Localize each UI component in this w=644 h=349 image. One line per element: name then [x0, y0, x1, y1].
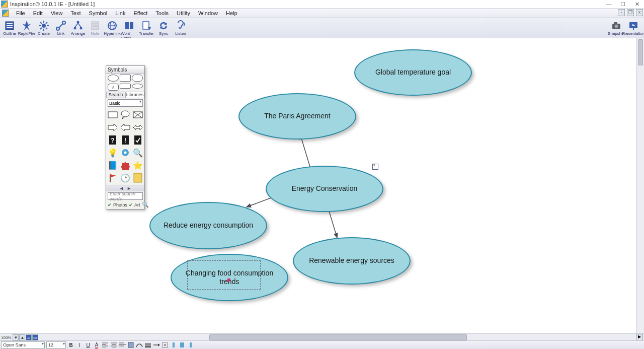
opt-art-check[interactable]: ✔: [129, 202, 133, 207]
sym-lightbulb[interactable]: 💡: [107, 147, 119, 159]
tool-link[interactable]: Link: [52, 19, 69, 36]
shape-rounded-preset[interactable]: A: [108, 84, 119, 91]
sym-flag[interactable]: [107, 172, 119, 184]
node-renewable-sources[interactable]: Renewable energy sources: [293, 237, 411, 285]
node-global-temperature[interactable]: Global temperature goal: [354, 49, 472, 96]
tool-hyperlink[interactable]: Hyperlink: [104, 19, 121, 36]
shape-thin-oval-preset[interactable]: [132, 84, 143, 89]
node-paris-agreement[interactable]: The Paris Agreement: [238, 93, 356, 139]
sym-star[interactable]: ⭐: [132, 159, 144, 171]
maximize-button[interactable]: ☐: [616, 0, 630, 8]
child-close-button[interactable]: x: [636, 9, 643, 16]
vertical-scroll-thumb[interactable]: [638, 39, 643, 65]
menu-symbol[interactable]: Symbol: [85, 10, 112, 17]
opt-photos-check[interactable]: ✔: [108, 202, 112, 207]
sym-puzzle[interactable]: [119, 159, 131, 171]
shape-flat-preset[interactable]: [120, 84, 131, 89]
symbols-palette[interactable]: Symbols A Search Libraries Basic: [106, 65, 145, 210]
line-width-button[interactable]: [144, 341, 151, 348]
diagram-canvas[interactable]: Global temperature goal The Paris Agreem…: [0, 38, 637, 332]
tool-listen[interactable]: Listen: [172, 19, 189, 36]
nudge-right-button[interactable]: [187, 341, 194, 348]
menu-help[interactable]: Help: [222, 10, 242, 17]
sym-gear-blue[interactable]: [119, 147, 131, 159]
zoom-fit-button[interactable]: ▱: [26, 334, 32, 340]
sym-exclaim-dark[interactable]: !: [119, 134, 131, 146]
sym-clock[interactable]: 🕑: [119, 172, 131, 184]
svg-text:?: ?: [111, 137, 114, 144]
align-menu-button[interactable]: [119, 341, 126, 348]
horizontal-scroll-thumb[interactable]: [209, 334, 467, 340]
sym-question-dark[interactable]: ?: [107, 134, 119, 146]
menu-text[interactable]: Text: [66, 10, 85, 17]
child-minimize-button[interactable]: -: [618, 9, 625, 16]
tool-rapidfire[interactable]: RapidFire: [18, 19, 35, 36]
node-reduce-consumption[interactable]: Reduce energy consumption: [149, 202, 267, 249]
bold-button[interactable]: B: [67, 341, 74, 348]
shape-rect-preset-1[interactable]: [120, 75, 131, 82]
sym-speech-bubble[interactable]: [119, 109, 131, 121]
horizontal-scroll-right[interactable]: ▶: [636, 334, 643, 341]
shape-oval-preset-2[interactable]: [132, 75, 143, 82]
defaults-button[interactable]: [162, 341, 169, 348]
palette-search-go[interactable]: 🔍: [142, 201, 149, 208]
nudge-center-button[interactable]: [179, 341, 186, 348]
nudge-left-button[interactable]: [170, 341, 177, 348]
align-left-button[interactable]: [102, 341, 109, 348]
menu-file[interactable]: File: [12, 10, 29, 17]
zoom-out-button[interactable]: ▼: [13, 334, 19, 340]
menu-window[interactable]: Window: [194, 10, 222, 17]
palette-prev[interactable]: ◄: [119, 186, 124, 191]
palette-tab-search[interactable]: Search: [106, 92, 125, 98]
palette-library-select[interactable]: Basic: [108, 99, 143, 107]
menu-edit[interactable]: Edit: [29, 10, 47, 17]
palette-next[interactable]: ►: [127, 186, 131, 191]
font-color-button[interactable]: A: [93, 341, 100, 348]
sym-check-dark[interactable]: [132, 134, 144, 146]
minimize-button[interactable]: —: [602, 0, 616, 8]
sym-arrow-both[interactable]: [132, 121, 144, 133]
tool-arrange[interactable]: Arrange: [69, 19, 87, 36]
close-button[interactable]: ✕: [630, 0, 644, 8]
sym-arrow-right[interactable]: [107, 121, 119, 133]
sym-rectangle[interactable]: [107, 109, 119, 121]
shape-oval-preset-1[interactable]: [108, 75, 119, 82]
tool-transfer[interactable]: Transfer: [138, 19, 155, 36]
line-style-button[interactable]: [136, 341, 143, 348]
sym-magnifier[interactable]: 🔍: [132, 147, 144, 159]
tool-presentation[interactable]: Presentation: [625, 19, 642, 36]
font-size-select[interactable]: 12: [46, 341, 66, 348]
menu-link[interactable]: Link: [111, 10, 129, 17]
menu-view[interactable]: View: [47, 10, 67, 17]
menu-tools[interactable]: Tools: [151, 10, 173, 17]
fill-color-button[interactable]: [127, 341, 134, 348]
zoom-page-button[interactable]: ▭: [32, 334, 38, 340]
sym-arrow-left[interactable]: [119, 121, 131, 133]
node-energy-conservation[interactable]: Energy Conservation: [266, 166, 383, 212]
tool-create[interactable]: Create: [35, 19, 52, 36]
menu-utility[interactable]: Utility: [173, 10, 194, 17]
tool-sync[interactable]: Sync: [155, 19, 172, 36]
align-center-button[interactable]: [110, 341, 117, 348]
tool-wordguide[interactable]: Word Guide: [121, 19, 138, 40]
underline-button[interactable]: U: [85, 341, 92, 348]
tool-note[interactable]: Note: [87, 19, 104, 36]
tool-outline[interactable]: Outline: [1, 19, 18, 36]
node-label: The Paris Agreement: [264, 112, 331, 121]
svg-line-11: [46, 28, 47, 29]
palette-title[interactable]: Symbols: [106, 66, 144, 74]
palette-tab-libraries[interactable]: Libraries: [125, 92, 144, 98]
zoom-level[interactable]: 150%: [0, 335, 12, 340]
vertical-scrollbar[interactable]: [636, 38, 644, 334]
palette-search-input[interactable]: Enter search words: [108, 192, 143, 200]
arrow-style-button[interactable]: [153, 341, 160, 348]
sym-book[interactable]: 📘: [107, 159, 119, 171]
zoom-in-button[interactable]: ▲: [19, 334, 25, 340]
sym-note[interactable]: [132, 172, 144, 184]
menu-effect[interactable]: Effect: [129, 10, 151, 17]
sym-crossed-box[interactable]: [132, 109, 144, 121]
font-family-select[interactable]: Open Sans: [1, 341, 45, 348]
italic-button[interactable]: I: [76, 341, 83, 348]
child-restore-button[interactable]: ❐: [627, 9, 634, 16]
subtopic-quick-handle[interactable]: [372, 164, 378, 170]
